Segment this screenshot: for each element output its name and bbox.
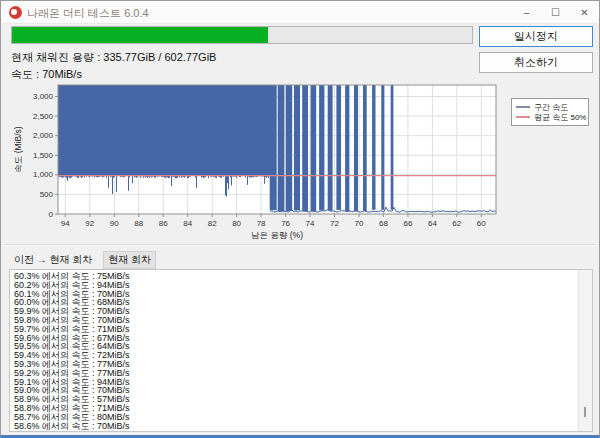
minimize-button-icon[interactable]: – (512, 1, 541, 23)
tab-previous-vs-current-round[interactable]: 이전 → 현재 회차 (9, 251, 97, 269)
svg-text:82: 82 (208, 219, 217, 228)
chart-legend: 구간 속도 평균 속도 50% (511, 98, 589, 126)
svg-text:72: 72 (330, 219, 339, 228)
svg-text:84: 84 (183, 219, 192, 228)
svg-text:90: 90 (110, 219, 119, 228)
window-title: 나래온 더티 테스트 6.0.4 (27, 6, 149, 21)
speed-log-listbox[interactable]: 60.3% 에서의 속도 : 75MiB/s60.2% 에서의 속도 : 94M… (9, 269, 593, 432)
legend-item-interval-speed: 구간 속도 (516, 102, 584, 112)
average-speed-line-swatch (516, 116, 530, 118)
progress-bar-fill (12, 27, 268, 43)
svg-text:62: 62 (452, 219, 461, 228)
listbox-scrollbar[interactable] (578, 270, 592, 431)
svg-text:1,000: 1,000 (33, 170, 54, 179)
svg-text:92: 92 (85, 219, 94, 228)
maximize-button-icon[interactable]: ☐ (541, 1, 570, 23)
app-window: 나래온 더티 테스트 6.0.4 – ☐ ✕ 일시정지 취소하기 현재 채워진 … (0, 0, 600, 438)
svg-text:76: 76 (281, 219, 290, 228)
svg-text:68: 68 (379, 219, 388, 228)
svg-text:74: 74 (306, 219, 315, 228)
window-controls: – ☐ ✕ (512, 1, 599, 23)
svg-text:78: 78 (257, 219, 266, 228)
svg-text:500: 500 (40, 190, 54, 199)
scrollbar-thumb[interactable] (584, 407, 586, 417)
svg-text:0: 0 (49, 210, 54, 219)
speed-log-row[interactable]: 58.6% 에서의 속도 : 70MiB/s (14, 422, 579, 431)
legend-label: 평균 속도 50% (534, 112, 586, 123)
capacity-label: 현재 채워진 용량 : 335.77GiB / 602.77GiB (11, 50, 216, 65)
svg-text:88: 88 (134, 219, 143, 228)
cancel-button[interactable]: 취소하기 (479, 52, 593, 73)
title-bar: 나래온 더티 테스트 6.0.4 – ☐ ✕ (1, 1, 599, 24)
svg-text:70: 70 (355, 219, 364, 228)
interval-speed-line-swatch (516, 106, 530, 108)
section-divider (5, 244, 595, 246)
fill-progress-bar (11, 26, 473, 44)
svg-text:80: 80 (232, 219, 241, 228)
close-button-icon[interactable]: ✕ (570, 1, 599, 23)
legend-item-average-speed: 평균 속도 50% (516, 112, 584, 122)
speed-log-rows: 60.3% 에서의 속도 : 75MiB/s60.2% 에서의 속도 : 94M… (10, 270, 579, 431)
svg-text:남은 용량 (%): 남은 용량 (%) (251, 230, 303, 240)
app-icon (9, 6, 22, 19)
svg-text:64: 64 (428, 219, 437, 228)
svg-text:2,000: 2,000 (33, 131, 54, 140)
svg-text:86: 86 (159, 219, 168, 228)
pause-button[interactable]: 일시정지 (479, 26, 593, 47)
tab-current-round[interactable]: 현재 회차 (103, 251, 156, 269)
svg-text:66: 66 (403, 219, 412, 228)
svg-text:94: 94 (61, 219, 70, 228)
svg-text:2,500: 2,500 (33, 112, 54, 121)
svg-text:3,000: 3,000 (33, 92, 54, 101)
svg-text:1,500: 1,500 (33, 151, 54, 160)
svg-text:속도 (MiB/s): 속도 (MiB/s) (13, 126, 23, 172)
svg-text:60: 60 (477, 219, 486, 228)
round-view-tabs: 이전 → 현재 회차 현재 회차 (9, 251, 156, 269)
